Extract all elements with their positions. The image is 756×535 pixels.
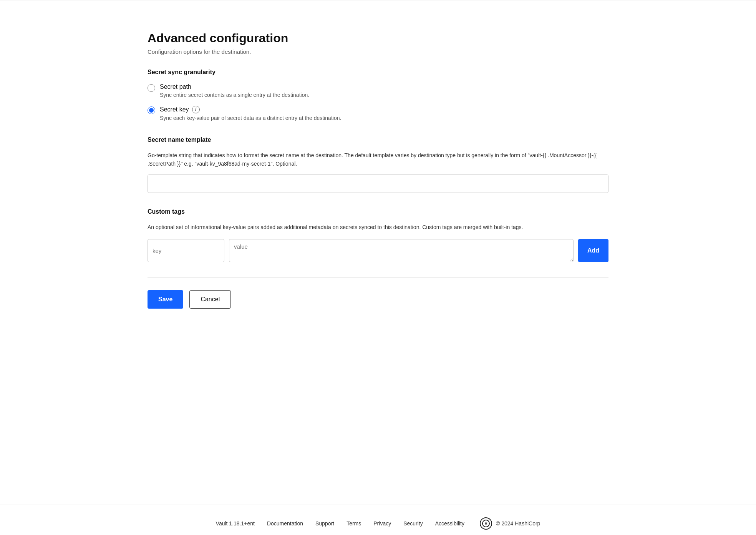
page-subtitle: Configuration options for the destinatio… [148,48,608,55]
template-input[interactable] [148,174,608,193]
top-divider [0,0,756,0]
hashicorp-logo: H [480,517,492,530]
save-button[interactable]: Save [148,290,183,309]
tags-input-row: Add [148,239,608,262]
key-input[interactable] [148,239,224,262]
footer-link-security[interactable]: Security [403,520,423,527]
footer-link-privacy[interactable]: Privacy [373,520,391,527]
footer: Vault 1.18.1+ent Documentation Support T… [0,505,756,535]
footer-link-documentation[interactable]: Documentation [267,520,303,527]
radio-option-secret-key: Secret key i Sync each key-value pair of… [148,106,608,121]
granularity-section: Secret sync granularity Secret path Sync… [148,69,608,121]
footer-link-support[interactable]: Support [315,520,334,527]
radio-path-description: Sync entire secret contents as a single … [160,92,309,98]
action-buttons: Save Cancel [148,290,608,309]
page-wrapper: Advanced configuration Configuration opt… [124,16,632,505]
page-title: Advanced configuration [148,31,608,45]
granularity-heading: Secret sync granularity [148,69,608,76]
value-textarea[interactable] [229,239,574,262]
radio-option-secret-path: Secret path Sync entire secret contents … [148,83,608,98]
footer-brand: H © 2024 HashiCorp [480,517,540,530]
footer-link-vault[interactable]: Vault 1.18.1+ent [216,520,255,527]
bottom-divider [148,277,608,278]
radio-key-description: Sync each key-value pair of secret data … [160,115,341,121]
radio-key-label[interactable]: Secret key i [160,106,341,113]
info-icon[interactable]: i [192,106,200,113]
template-heading: Secret name template [148,136,608,143]
radio-secret-path[interactable] [148,84,155,92]
radio-path-label-group: Secret path Sync entire secret contents … [160,83,309,98]
copyright-text: © 2024 HashiCorp [496,520,540,527]
cancel-button[interactable]: Cancel [189,290,231,309]
svg-text:H: H [484,522,487,526]
radio-group: Secret path Sync entire secret contents … [148,83,608,121]
radio-path-label[interactable]: Secret path [160,83,309,90]
add-button[interactable]: Add [578,239,608,262]
radio-key-label-group: Secret key i Sync each key-value pair of… [160,106,341,121]
radio-secret-key[interactable] [148,106,155,114]
custom-tags-heading: Custom tags [148,208,608,215]
footer-link-terms[interactable]: Terms [346,520,361,527]
footer-link-accessibility[interactable]: Accessibility [435,520,464,527]
custom-tags-description: An optional set of informational key-val… [148,223,608,231]
template-description: Go-template string that indicates how to… [148,151,608,168]
custom-tags-section: Custom tags An optional set of informati… [148,208,608,262]
template-section: Secret name template Go-template string … [148,136,608,193]
